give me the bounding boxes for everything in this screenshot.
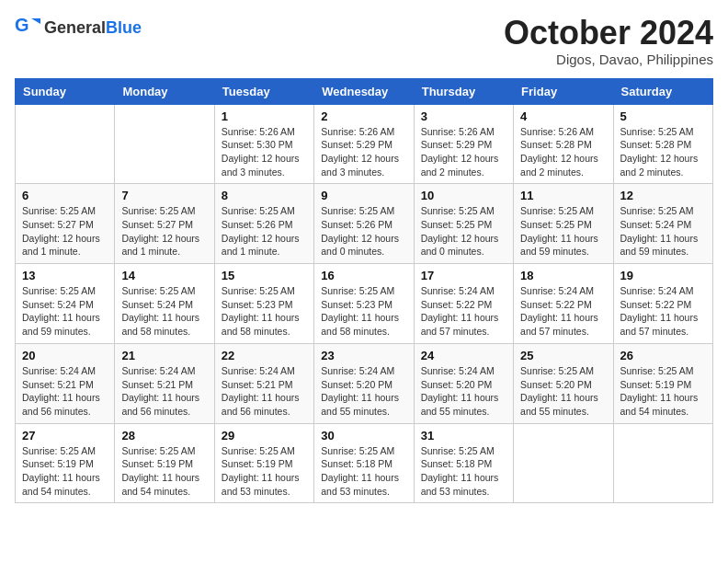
calendar-cell: 23Sunrise: 5:24 AM Sunset: 5:20 PM Dayli… xyxy=(314,343,414,423)
day-number: 23 xyxy=(321,349,406,362)
calendar-cell: 26Sunrise: 5:25 AM Sunset: 5:19 PM Dayli… xyxy=(613,343,712,423)
calendar-cell: 12Sunrise: 5:25 AM Sunset: 5:24 PM Dayli… xyxy=(613,184,712,264)
header-day-thursday: Thursday xyxy=(414,78,513,104)
day-info: Sunrise: 5:24 AM Sunset: 5:22 PM Dayligh… xyxy=(620,284,706,339)
calendar-cell: 14Sunrise: 5:25 AM Sunset: 5:24 PM Dayli… xyxy=(115,264,214,344)
header-day-friday: Friday xyxy=(514,78,613,104)
day-info: Sunrise: 5:26 AM Sunset: 5:28 PM Dayligh… xyxy=(520,125,606,179)
day-number: 30 xyxy=(321,429,406,442)
day-info: Sunrise: 5:25 AM Sunset: 5:20 PM Dayligh… xyxy=(520,364,606,419)
calendar-cell: 16Sunrise: 5:25 AM Sunset: 5:23 PM Dayli… xyxy=(314,264,414,344)
day-info: Sunrise: 5:24 AM Sunset: 5:22 PM Dayligh… xyxy=(421,284,506,339)
day-info: Sunrise: 5:25 AM Sunset: 5:24 PM Dayligh… xyxy=(620,204,706,259)
day-info: Sunrise: 5:24 AM Sunset: 5:20 PM Dayligh… xyxy=(321,364,406,419)
day-number: 22 xyxy=(222,349,307,362)
calendar-cell: 28Sunrise: 5:25 AM Sunset: 5:19 PM Dayli… xyxy=(115,423,214,503)
day-info: Sunrise: 5:25 AM Sunset: 5:24 PM Dayligh… xyxy=(22,284,108,339)
day-number: 29 xyxy=(222,429,307,442)
calendar-week-row: 6Sunrise: 5:25 AM Sunset: 5:27 PM Daylig… xyxy=(16,184,713,264)
calendar-week-row: 13Sunrise: 5:25 AM Sunset: 5:24 PM Dayli… xyxy=(16,264,713,344)
calendar-cell: 22Sunrise: 5:24 AM Sunset: 5:21 PM Dayli… xyxy=(214,343,313,423)
day-number: 15 xyxy=(222,269,307,282)
day-number: 2 xyxy=(321,109,406,123)
day-number: 18 xyxy=(520,269,606,282)
day-number: 6 xyxy=(22,189,108,202)
day-info: Sunrise: 5:24 AM Sunset: 5:20 PM Dayligh… xyxy=(421,364,506,419)
logo-text-blue: Blue xyxy=(106,18,142,37)
calendar-cell: 5Sunrise: 5:25 AM Sunset: 5:28 PM Daylig… xyxy=(613,104,712,184)
day-info: Sunrise: 5:25 AM Sunset: 5:23 PM Dayligh… xyxy=(222,284,307,339)
calendar-cell: 13Sunrise: 5:25 AM Sunset: 5:24 PM Dayli… xyxy=(16,264,115,344)
day-info: Sunrise: 5:25 AM Sunset: 5:19 PM Dayligh… xyxy=(222,444,307,499)
calendar-cell: 6Sunrise: 5:25 AM Sunset: 5:27 PM Daylig… xyxy=(16,184,115,264)
calendar-cell: 4Sunrise: 5:26 AM Sunset: 5:28 PM Daylig… xyxy=(514,104,613,184)
calendar-cell: 31Sunrise: 5:25 AM Sunset: 5:18 PM Dayli… xyxy=(414,423,513,503)
calendar-cell: 9Sunrise: 5:25 AM Sunset: 5:26 PM Daylig… xyxy=(314,184,414,264)
calendar-cell: 21Sunrise: 5:24 AM Sunset: 5:21 PM Dayli… xyxy=(115,343,214,423)
day-info: Sunrise: 5:25 AM Sunset: 5:18 PM Dayligh… xyxy=(321,444,406,499)
day-number: 11 xyxy=(520,189,606,202)
day-number: 10 xyxy=(421,189,506,202)
day-info: Sunrise: 5:24 AM Sunset: 5:21 PM Dayligh… xyxy=(121,364,207,419)
day-number: 8 xyxy=(222,189,307,202)
calendar-cell: 20Sunrise: 5:24 AM Sunset: 5:21 PM Dayli… xyxy=(16,343,115,423)
day-info: Sunrise: 5:26 AM Sunset: 5:30 PM Dayligh… xyxy=(222,125,307,179)
day-number: 27 xyxy=(22,429,108,442)
day-info: Sunrise: 5:25 AM Sunset: 5:23 PM Dayligh… xyxy=(321,284,406,339)
day-number: 24 xyxy=(421,349,506,362)
day-number: 13 xyxy=(22,269,108,282)
calendar-table: SundayMondayTuesdayWednesdayThursdayFrid… xyxy=(15,78,713,504)
header-day-sunday: Sunday xyxy=(16,78,115,104)
day-number: 4 xyxy=(520,109,606,123)
day-number: 3 xyxy=(421,109,506,123)
day-number: 14 xyxy=(121,269,207,282)
calendar-cell: 8Sunrise: 5:25 AM Sunset: 5:26 PM Daylig… xyxy=(214,184,313,264)
day-number: 5 xyxy=(620,109,706,123)
calendar-cell: 24Sunrise: 5:24 AM Sunset: 5:20 PM Dayli… xyxy=(414,343,513,423)
calendar-cell: 11Sunrise: 5:25 AM Sunset: 5:25 PM Dayli… xyxy=(514,184,613,264)
day-number: 20 xyxy=(22,349,108,362)
day-number: 26 xyxy=(620,349,706,362)
day-info: Sunrise: 5:24 AM Sunset: 5:22 PM Dayligh… xyxy=(520,284,606,339)
title-area: October 2024 Digos, Davao, Philippines xyxy=(504,15,713,67)
location-title: Digos, Davao, Philippines xyxy=(504,52,713,67)
day-number: 19 xyxy=(620,269,706,282)
logo-text-general: General xyxy=(44,18,106,37)
calendar-cell xyxy=(16,104,115,184)
calendar-cell: 1Sunrise: 5:26 AM Sunset: 5:30 PM Daylig… xyxy=(214,104,313,184)
day-info: Sunrise: 5:25 AM Sunset: 5:25 PM Dayligh… xyxy=(421,204,506,259)
day-info: Sunrise: 5:24 AM Sunset: 5:21 PM Dayligh… xyxy=(222,364,307,419)
calendar-cell: 3Sunrise: 5:26 AM Sunset: 5:29 PM Daylig… xyxy=(414,104,513,184)
calendar-week-row: 1Sunrise: 5:26 AM Sunset: 5:30 PM Daylig… xyxy=(16,104,713,184)
header-day-saturday: Saturday xyxy=(613,78,712,104)
calendar-cell: 2Sunrise: 5:26 AM Sunset: 5:29 PM Daylig… xyxy=(314,104,414,184)
day-info: Sunrise: 5:25 AM Sunset: 5:24 PM Dayligh… xyxy=(121,284,207,339)
calendar-week-row: 27Sunrise: 5:25 AM Sunset: 5:19 PM Dayli… xyxy=(16,423,713,503)
day-number: 25 xyxy=(520,349,606,362)
day-number: 21 xyxy=(121,349,207,362)
calendar-cell: 19Sunrise: 5:24 AM Sunset: 5:22 PM Dayli… xyxy=(613,264,712,344)
day-info: Sunrise: 5:25 AM Sunset: 5:19 PM Dayligh… xyxy=(620,364,706,419)
calendar-cell: 30Sunrise: 5:25 AM Sunset: 5:18 PM Dayli… xyxy=(314,423,414,503)
day-number: 1 xyxy=(222,109,307,123)
svg-marker-1 xyxy=(31,18,40,24)
calendar-cell: 25Sunrise: 5:25 AM Sunset: 5:20 PM Dayli… xyxy=(514,343,613,423)
day-info: Sunrise: 5:25 AM Sunset: 5:25 PM Dayligh… xyxy=(520,204,606,259)
day-number: 17 xyxy=(421,269,506,282)
day-info: Sunrise: 5:25 AM Sunset: 5:19 PM Dayligh… xyxy=(22,444,108,499)
calendar-cell: 27Sunrise: 5:25 AM Sunset: 5:19 PM Dayli… xyxy=(16,423,115,503)
calendar-week-row: 20Sunrise: 5:24 AM Sunset: 5:21 PM Dayli… xyxy=(16,343,713,423)
header-day-wednesday: Wednesday xyxy=(314,78,414,104)
calendar-cell xyxy=(514,423,613,503)
day-info: Sunrise: 5:25 AM Sunset: 5:19 PM Dayligh… xyxy=(121,444,207,499)
day-info: Sunrise: 5:25 AM Sunset: 5:18 PM Dayligh… xyxy=(421,444,506,499)
calendar-cell: 29Sunrise: 5:25 AM Sunset: 5:19 PM Dayli… xyxy=(214,423,313,503)
day-info: Sunrise: 5:25 AM Sunset: 5:26 PM Dayligh… xyxy=(222,204,307,259)
calendar-cell: 10Sunrise: 5:25 AM Sunset: 5:25 PM Dayli… xyxy=(414,184,513,264)
logo-icon: G xyxy=(15,15,40,40)
day-number: 12 xyxy=(620,189,706,202)
header-day-tuesday: Tuesday xyxy=(214,78,313,104)
calendar-cell: 17Sunrise: 5:24 AM Sunset: 5:22 PM Dayli… xyxy=(414,264,513,344)
calendar-header-row: SundayMondayTuesdayWednesdayThursdayFrid… xyxy=(16,78,713,104)
day-number: 28 xyxy=(121,429,207,442)
